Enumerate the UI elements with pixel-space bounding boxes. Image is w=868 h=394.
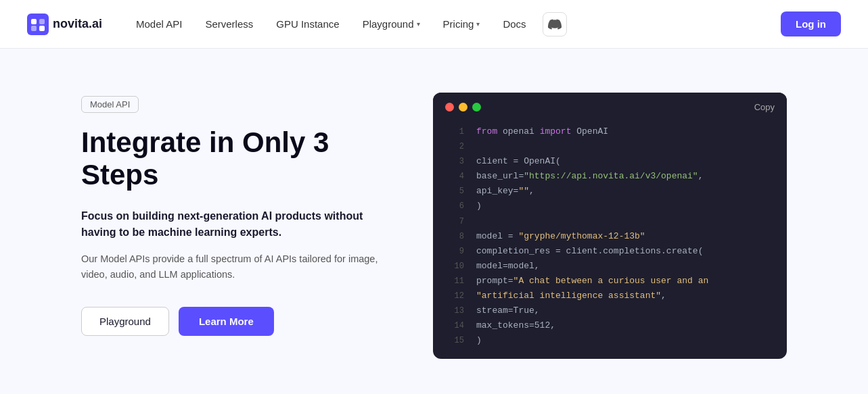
svg-rect-1 <box>31 19 37 24</box>
nav-docs[interactable]: Docs <box>493 13 535 35</box>
line-content: base_url="https://api.novita.ai/v3/opena… <box>476 169 775 184</box>
code-token: import <box>540 126 572 137</box>
code-token: max_tokens=512, <box>476 320 555 330</box>
svg-rect-2 <box>39 19 45 24</box>
svg-rect-4 <box>39 26 45 31</box>
svg-rect-0 <box>27 14 49 35</box>
window-dots <box>445 103 481 112</box>
line-number: 1 <box>445 125 464 139</box>
nav-gpu-instance[interactable]: GPU Instance <box>267 13 348 35</box>
code-token: model=model, <box>476 261 540 271</box>
code-token: completion_res = client.completions.crea… <box>476 246 703 256</box>
code-token: "https://api.novita.ai/v3/openai" <box>524 171 698 181</box>
pricing-chevron-icon: ▾ <box>476 20 480 28</box>
line-content: from openai import OpenAI <box>476 124 775 139</box>
line-number: 4 <box>445 170 464 183</box>
line-content: client = OpenAI( <box>476 154 775 169</box>
code-line: 13 stream=True, <box>433 303 787 318</box>
nav-playground[interactable]: Playground ▾ <box>353 13 430 35</box>
code-token: "" <box>518 186 529 196</box>
dot-red <box>445 103 454 112</box>
code-line: 9completion_res = client.completions.cre… <box>433 244 787 259</box>
line-number: 6 <box>445 199 464 213</box>
learn-more-button[interactable]: Learn More <box>179 307 274 336</box>
line-number: 7 <box>445 215 464 228</box>
code-token: ) <box>476 335 482 345</box>
code-token: from <box>476 126 497 137</box>
code-token: OpenAI <box>571 126 608 137</box>
logo-text: novita.ai <box>53 17 102 31</box>
line-content: prompt="A chat between a curious user an… <box>476 274 775 289</box>
line-number: 3 <box>445 155 464 168</box>
code-line: 11 prompt="A chat between a curious user… <box>433 274 787 289</box>
code-panel: Copy 1from openai import OpenAI2 3client… <box>433 93 787 359</box>
code-line: 5 api_key="", <box>433 184 787 199</box>
code-line: 1from openai import OpenAI <box>433 124 787 139</box>
code-line: 12 "artificial intelligence assistant", <box>433 289 787 303</box>
hero-subtitle: Focus on building next-generation AI pro… <box>81 208 379 241</box>
code-line: 6) <box>433 199 787 214</box>
line-content: api_key="", <box>476 184 775 199</box>
code-line: 8model = "gryphe/mythomax-12-13b" <box>433 229 787 244</box>
hero-content: Model API Integrate in Only 3 Steps Focu… <box>81 89 379 336</box>
code-line: 7 <box>433 214 787 229</box>
line-number: 13 <box>445 304 464 318</box>
code-token: , <box>529 186 534 196</box>
hero-badge: Model API <box>81 96 139 113</box>
line-number: 5 <box>445 184 464 198</box>
line-content: ) <box>476 333 775 348</box>
svg-rect-3 <box>31 26 37 31</box>
code-line: 2 <box>433 139 787 154</box>
code-token: , <box>698 171 704 181</box>
code-line: 14 max_tokens=512, <box>433 318 787 333</box>
code-token: prompt= <box>476 276 513 286</box>
code-token: , <box>661 291 666 301</box>
code-token: model = <box>476 231 518 241</box>
dot-green <box>472 103 481 112</box>
hero-title: Integrate in Only 3 Steps <box>81 126 379 192</box>
logo-link[interactable]: novita.ai <box>27 14 102 35</box>
line-number: 11 <box>445 274 464 288</box>
nav-pricing[interactable]: Pricing ▾ <box>434 13 490 35</box>
code-token: "artificial intelligence assistant" <box>476 291 661 301</box>
nav-links: Model API Serverless GPU Instance Playgr… <box>127 12 781 36</box>
code-token: base_url= <box>476 171 524 181</box>
line-content: model=model, <box>476 259 775 274</box>
hero-section: Model API Integrate in Only 3 Steps Focu… <box>0 49 868 394</box>
line-content: model = "gryphe/mythomax-12-13b" <box>476 229 775 244</box>
copy-button[interactable]: Copy <box>754 102 775 112</box>
code-token: "gryphe/mythomax-12-13b" <box>518 231 645 241</box>
line-number: 8 <box>445 230 464 243</box>
code-token: openai <box>497 126 539 137</box>
playground-chevron-icon: ▾ <box>417 20 420 28</box>
code-body: 1from openai import OpenAI2 3client = Op… <box>433 122 787 359</box>
login-button[interactable]: Log in <box>781 11 841 36</box>
code-line: 3client = OpenAI( <box>433 154 787 169</box>
line-content: completion_res = client.completions.crea… <box>476 244 775 259</box>
code-line: 15) <box>433 333 787 348</box>
line-number: 15 <box>445 334 464 347</box>
line-content: stream=True, <box>476 303 775 318</box>
dot-yellow <box>459 103 467 112</box>
code-token: api_key= <box>476 186 518 196</box>
line-content: "artificial intelligence assistant", <box>476 289 775 303</box>
navbar: novita.ai Model API Serverless GPU Insta… <box>0 0 868 49</box>
discord-icon <box>548 18 562 31</box>
line-content: max_tokens=512, <box>476 318 775 333</box>
hero-description: Our Model APIs provide a full spectrum o… <box>81 251 379 282</box>
code-token: client = OpenAI( <box>476 156 561 166</box>
line-content <box>476 139 775 154</box>
code-token: ) <box>476 201 482 211</box>
hero-buttons: Playground Learn More <box>81 307 379 336</box>
line-number: 9 <box>445 245 464 258</box>
code-token: stream=True, <box>476 305 540 316</box>
discord-button[interactable] <box>543 12 567 36</box>
playground-button[interactable]: Playground <box>81 307 169 336</box>
nav-serverless[interactable]: Serverless <box>196 13 262 35</box>
nav-model-api[interactable]: Model API <box>127 13 191 35</box>
line-content: ) <box>476 199 775 214</box>
line-number: 2 <box>445 140 464 153</box>
line-content <box>476 214 775 229</box>
code-line: 4 base_url="https://api.novita.ai/v3/ope… <box>433 169 787 184</box>
logo-icon <box>27 14 49 35</box>
